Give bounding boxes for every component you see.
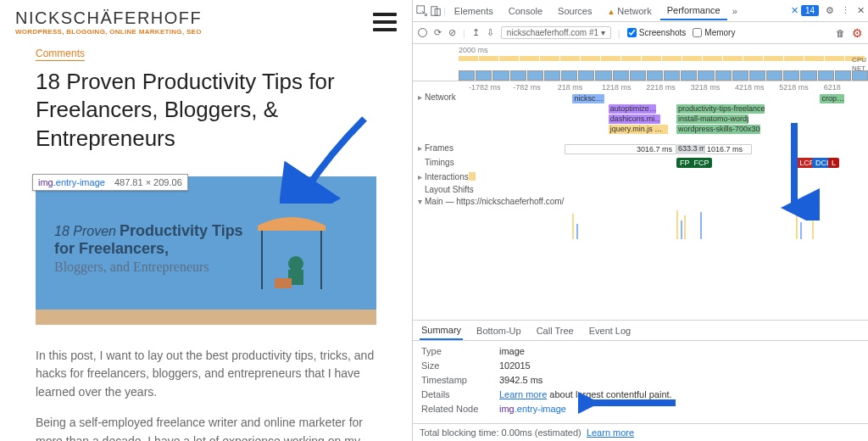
settings-icon[interactable]: ⚙	[826, 5, 834, 16]
recording-selector[interactable]: nickschaeferhoff.com #1 ▾	[501, 26, 611, 39]
hero-line2: for Freelancers,	[54, 240, 169, 257]
inspect-icon[interactable]	[416, 5, 428, 17]
hero-line3: Bloggers, and Entrepreneurs	[54, 260, 243, 275]
tab-summary[interactable]: Summary	[420, 321, 463, 340]
svg-rect-5	[275, 278, 292, 288]
svg-rect-0	[258, 226, 326, 231]
network-bar[interactable]: crop…	[820, 94, 843, 103]
clear-icon[interactable]: ⊘	[448, 27, 456, 38]
details-tabs: Summary Bottom-Up Call Tree Event Log	[413, 321, 868, 341]
network-bar[interactable]: dashicons.mi…	[609, 114, 660, 124]
summary-panel: Typeimage Size102015 Timestamp3942.5 ms …	[413, 341, 868, 423]
record-button[interactable]	[418, 28, 427, 37]
tab-bottom-up[interactable]: Bottom-Up	[475, 322, 523, 339]
filmstrip	[413, 70, 868, 81]
messages-badge[interactable]: ✕ 14	[791, 5, 819, 16]
summary-type: image	[499, 346, 525, 356]
flame-ruler: -1782 ms-782 ms218 ms1218 ms2218 ms3218 …	[413, 81, 868, 92]
paragraph: Being a self-employed freelance writer a…	[36, 414, 376, 441]
reload-icon[interactable]: ⟳	[434, 27, 442, 38]
comments-link[interactable]: Comments	[36, 47, 85, 61]
timeline-overview[interactable]: 2000 ms CPUNET	[413, 44, 868, 81]
hero-text: 18 Proven Productivity Tips for Freelanc…	[54, 222, 243, 275]
network-section[interactable]: ▸Network nicksc…autoptimize…dashicons.mi…	[413, 92, 868, 142]
timing-badge-l[interactable]: L	[828, 158, 839, 168]
frames-section[interactable]: ▸Frames 3016.7 ms 633.3 ms 1016.7 ms	[413, 142, 868, 157]
post-meta-row: Comments	[36, 47, 376, 61]
svg-rect-7	[431, 6, 437, 15]
network-bar[interactable]: jquery.min.js …	[609, 125, 669, 134]
device-icon[interactable]	[430, 5, 442, 17]
tooltip-dimensions: 487.81 × 209.06	[114, 177, 182, 187]
tab-sources[interactable]: Sources	[551, 3, 598, 20]
interactions-section[interactable]: ▸Interactions	[413, 171, 868, 184]
download-icon[interactable]: ⇩	[487, 27, 494, 38]
details-learn-more-link[interactable]: Learn more	[499, 389, 547, 399]
summary-size: 102015	[499, 360, 531, 371]
network-bar[interactable]: wordpress-skills-700x300…	[676, 125, 760, 134]
network-bar[interactable]: nicksc…	[572, 94, 604, 103]
tooltip-class: .entry-image	[53, 177, 105, 187]
tab-network[interactable]: Network	[600, 3, 658, 20]
performance-toolbar: ⟳ ⊘ | ↥ ⇩ nickschaeferhoff.com #1 ▾ | Sc…	[413, 22, 868, 44]
site-logo[interactable]: NICKSCHÄFERHOFF WORDPRESS, BLOGGING, ONL…	[15, 8, 202, 36]
tab-performance[interactable]: Performance	[660, 2, 727, 20]
overview-ruler: 2000 ms	[413, 44, 868, 54]
tab-elements[interactable]: Elements	[448, 3, 500, 20]
tab-event-log[interactable]: Event Log	[587, 322, 633, 339]
logo-tagline: WORDPRESS, BLOGGING, ONLINE MARKETING, S…	[15, 28, 202, 36]
network-bar[interactable]: productivity-tips-freelancers…	[676, 104, 765, 114]
website-preview-pane: NICKSCHÄFERHOFF WORDPRESS, BLOGGING, ONL…	[0, 0, 413, 441]
post-body: In this post, I want to lay out the best…	[36, 347, 376, 441]
tab-call-tree[interactable]: Call Tree	[535, 322, 576, 339]
element-inspector-tooltip: img.entry-image 487.81 × 209.06	[32, 174, 188, 191]
post-content: Comments 18 Proven Productivity Tips for…	[0, 42, 412, 441]
timings-section[interactable]: Timings FPFCPLCPDCLL	[413, 157, 868, 171]
devtools-tab-bar: | Elements Console Sources Network Perfo…	[413, 0, 868, 22]
tabs-overflow[interactable]: »	[729, 6, 741, 16]
hero-line1-italic: 18 Proven	[54, 224, 116, 238]
layout-shifts-section[interactable]: Layout Shifts	[413, 184, 868, 196]
capture-settings-icon[interactable]: ⚙	[852, 26, 863, 40]
svg-point-3	[288, 256, 303, 271]
more-icon[interactable]: ⋮	[841, 5, 850, 16]
logo-text: NICKSCHÄFERHOFF	[15, 8, 202, 28]
tab-console[interactable]: Console	[502, 3, 549, 20]
related-node-link[interactable]: img.entry-image	[499, 404, 566, 414]
devtools-pane: | Elements Console Sources Network Perfo…	[413, 0, 868, 441]
summary-timestamp: 3942.5 ms	[499, 375, 542, 385]
hero-illustration	[241, 209, 342, 302]
site-header: NICKSCHÄFERHOFF WORDPRESS, BLOGGING, ONL…	[0, 0, 412, 42]
network-bar[interactable]: autoptimize…	[609, 104, 657, 114]
close-icon[interactable]: ✕	[857, 5, 865, 16]
screenshots-checkbox[interactable]: Screenshots	[627, 28, 687, 37]
tooltip-element: img	[38, 177, 53, 187]
network-bar[interactable]: install-matomo-wordp…	[676, 114, 748, 124]
hero-line1-bold: Productivity Tips	[120, 222, 243, 239]
cpu-label: CPU	[852, 56, 866, 64]
footer-learn-more-link[interactable]: Learn more	[587, 427, 634, 438]
devtools-footer: Total blocking time: 0.00ms (estimated) …	[413, 423, 868, 441]
hero-image[interactable]: 18 Proven Productivity Tips for Freelanc…	[36, 176, 376, 325]
main-thread-section[interactable]: ▾Main — https://nickschaeferhoff.com/	[413, 196, 868, 208]
hamburger-menu-icon[interactable]	[373, 13, 397, 31]
timing-badge-fcp[interactable]: FCP	[690, 158, 712, 168]
memory-checkbox[interactable]: Memory	[693, 28, 735, 37]
paragraph: In this post, I want to lay out the best…	[36, 347, 376, 402]
gc-icon[interactable]: 🗑	[836, 28, 845, 38]
post-title: 18 Proven Productivity Tips for Freelanc…	[36, 68, 376, 153]
flame-chart-area[interactable]: -1782 ms-782 ms218 ms1218 ms2218 ms3218 …	[413, 81, 868, 321]
upload-icon[interactable]: ↥	[472, 27, 480, 38]
